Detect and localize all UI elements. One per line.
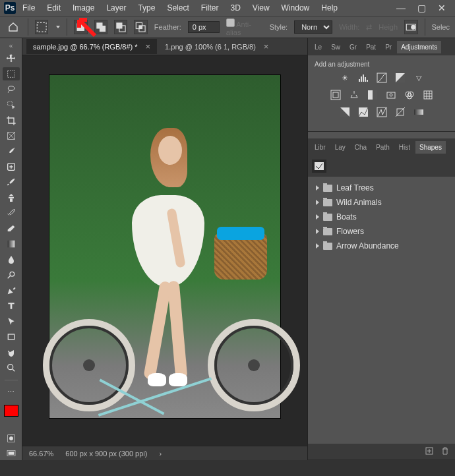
menu-image[interactable]: Image bbox=[67, 2, 100, 14]
panel-tab[interactable]: Path bbox=[372, 141, 394, 154]
brightness-icon[interactable]: ☀ bbox=[338, 72, 351, 84]
panel-tab[interactable]: Libr bbox=[311, 141, 330, 154]
selective-color-icon[interactable] bbox=[394, 106, 407, 118]
status-chevron-icon[interactable]: › bbox=[159, 450, 162, 458]
spot-heal-tool[interactable] bbox=[3, 160, 20, 173]
hand-tool[interactable] bbox=[3, 346, 20, 359]
options-bar: Feather: Anti-alias Style: Normal Width:… bbox=[0, 16, 455, 38]
menu-edit[interactable]: Edit bbox=[42, 2, 66, 14]
quick-select-tool[interactable] bbox=[3, 98, 20, 111]
clone-stamp-tool[interactable] bbox=[3, 191, 20, 204]
panel-tab[interactable]: Cha bbox=[351, 141, 371, 154]
panel-tab[interactable]: Pat bbox=[362, 41, 380, 53]
hue-icon[interactable] bbox=[329, 89, 342, 101]
menu-help[interactable]: Help bbox=[316, 2, 343, 14]
panel-tab[interactable]: Hist bbox=[395, 141, 414, 154]
tree-item[interactable]: Leaf Trees bbox=[311, 181, 452, 195]
color-lookup-icon[interactable] bbox=[421, 89, 435, 101]
tree-item[interactable]: Flowers bbox=[311, 224, 452, 239]
dodge-tool[interactable] bbox=[3, 269, 20, 282]
vibrance-icon[interactable]: ▽ bbox=[412, 72, 425, 84]
move-tool[interactable] bbox=[3, 52, 20, 65]
crop-tool[interactable] bbox=[3, 114, 20, 127]
shape-preview-toggle[interactable] bbox=[312, 160, 326, 173]
exposure-icon[interactable] bbox=[394, 72, 407, 84]
panel-tab[interactable]: Pr bbox=[381, 41, 396, 53]
panel-tab[interactable]: Sw bbox=[327, 41, 344, 53]
tree-item[interactable]: Wild Animals bbox=[311, 195, 452, 210]
edit-toolbar-icon[interactable]: ⋯ bbox=[3, 386, 20, 398]
panel-tab-shapes[interactable]: Shapes bbox=[415, 141, 446, 154]
svg-rect-27 bbox=[361, 76, 362, 82]
close-tab-icon[interactable]: × bbox=[264, 42, 269, 51]
zoom-level[interactable]: 66.67% bbox=[29, 450, 53, 458]
eraser-tool[interactable] bbox=[3, 222, 20, 235]
menu-view[interactable]: View bbox=[247, 2, 275, 14]
canvas-area[interactable] bbox=[22, 55, 307, 446]
curves-icon[interactable] bbox=[375, 72, 388, 84]
menu-layer[interactable]: Layer bbox=[101, 2, 131, 14]
menu-file[interactable]: File bbox=[17, 2, 40, 14]
menu-3d[interactable]: 3D bbox=[225, 2, 245, 14]
menu-filter[interactable]: Filter bbox=[196, 2, 224, 14]
panel-tab-adjustments[interactable]: Adjustments bbox=[397, 41, 441, 53]
window-minimize-button[interactable]: — bbox=[396, 3, 406, 13]
panel-tab[interactable]: Lay bbox=[331, 141, 349, 154]
rectangle-tool[interactable] bbox=[3, 330, 20, 343]
subtract-selection-icon[interactable] bbox=[114, 20, 127, 34]
add-selection-icon[interactable] bbox=[94, 20, 107, 34]
panel-tab[interactable]: Gr bbox=[346, 41, 361, 53]
style-select[interactable]: Normal bbox=[294, 20, 332, 34]
eyedropper-tool[interactable] bbox=[3, 145, 20, 158]
svg-point-23 bbox=[9, 436, 13, 440]
home-button[interactable] bbox=[5, 19, 21, 35]
bw-icon[interactable] bbox=[366, 89, 379, 101]
document-tab-2[interactable]: 1.png @ 100% (6 1, RGB/8) × bbox=[158, 39, 275, 54]
panel-collapse-icon[interactable]: « bbox=[9, 42, 13, 49]
close-tab-icon[interactable]: × bbox=[146, 42, 151, 51]
disclosure-icon bbox=[316, 214, 319, 220]
brush-tool[interactable] bbox=[3, 176, 20, 189]
history-brush-tool[interactable] bbox=[3, 207, 20, 220]
channel-mixer-icon[interactable] bbox=[403, 89, 416, 101]
color-balance-icon[interactable] bbox=[348, 89, 361, 101]
svg-rect-33 bbox=[331, 90, 340, 100]
screen-mode-tool[interactable] bbox=[3, 447, 20, 460]
frame-tool[interactable] bbox=[3, 129, 20, 142]
type-tool[interactable] bbox=[3, 300, 20, 312]
panel-tab[interactable]: Le bbox=[311, 41, 326, 53]
marquee-tool-icon[interactable] bbox=[35, 20, 48, 34]
color-swatches[interactable] bbox=[4, 405, 18, 417]
gradient-map-icon[interactable] bbox=[412, 106, 425, 118]
lasso-tool[interactable] bbox=[3, 83, 20, 96]
tree-item[interactable]: Arrow Abundance bbox=[311, 239, 452, 253]
new-item-icon[interactable] bbox=[425, 446, 434, 457]
photo-filter-icon[interactable] bbox=[384, 89, 398, 101]
threshold-icon[interactable] bbox=[375, 106, 388, 118]
trash-icon[interactable] bbox=[440, 446, 450, 457]
pen-tool[interactable] bbox=[3, 284, 20, 297]
posterize-icon[interactable] bbox=[357, 106, 370, 118]
marquee-tool[interactable] bbox=[3, 67, 20, 80]
svg-rect-44 bbox=[359, 107, 368, 117]
menu-window[interactable]: Window bbox=[276, 2, 315, 14]
new-selection-icon[interactable] bbox=[74, 20, 87, 34]
document-tab-1[interactable]: sample.jpg @ 66.7% (RGB/8#) * × bbox=[26, 39, 157, 54]
menu-select[interactable]: Select bbox=[162, 2, 194, 14]
path-select-tool[interactable] bbox=[3, 315, 20, 328]
intersect-selection-icon[interactable] bbox=[134, 20, 147, 34]
feather-input[interactable] bbox=[188, 21, 220, 33]
gradient-tool[interactable] bbox=[3, 238, 20, 251]
svg-point-21 bbox=[7, 365, 13, 370]
menu-type[interactable]: Type bbox=[133, 2, 160, 14]
zoom-tool[interactable] bbox=[3, 361, 20, 374]
select-subject-button[interactable]: Selec bbox=[431, 23, 450, 31]
levels-icon[interactable] bbox=[357, 72, 370, 84]
invert-icon[interactable] bbox=[338, 106, 351, 118]
tree-item[interactable]: Boats bbox=[311, 210, 452, 224]
window-maximize-button[interactable]: ▢ bbox=[417, 3, 426, 13]
window-close-button[interactable]: ✕ bbox=[438, 3, 446, 13]
mask-mode-icon[interactable] bbox=[404, 20, 417, 34]
quickmask-tool[interactable] bbox=[3, 432, 20, 444]
blur-tool[interactable] bbox=[3, 253, 20, 266]
